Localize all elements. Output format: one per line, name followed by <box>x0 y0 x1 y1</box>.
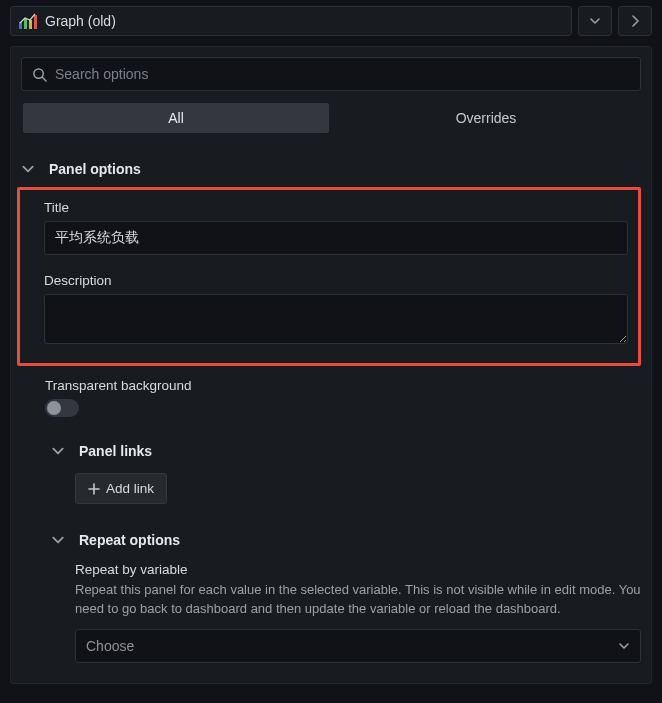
transparent-label: Transparent background <box>45 378 641 393</box>
svg-line-5 <box>42 77 46 81</box>
tab-overrides[interactable]: Overrides <box>333 103 639 133</box>
chevron-down-icon <box>51 533 65 547</box>
title-input[interactable] <box>44 221 628 255</box>
description-input[interactable] <box>44 294 628 344</box>
chevron-down-icon <box>589 15 601 27</box>
chevron-right-icon <box>630 14 640 28</box>
panel-type-label: Graph (old) <box>45 13 563 29</box>
description-label: Description <box>20 273 628 288</box>
repeat-variable-select[interactable]: Choose <box>75 629 641 663</box>
section-panel-options-header[interactable]: Panel options <box>21 161 641 177</box>
svg-rect-1 <box>24 18 27 29</box>
repeat-help-text: Repeat this panel for each value in the … <box>75 581 641 619</box>
tab-all[interactable]: All <box>23 103 329 133</box>
section-repeat-options-header[interactable]: Repeat options <box>51 532 641 548</box>
title-description-highlight: Title Description <box>17 187 641 366</box>
title-label: Title <box>20 200 628 215</box>
plus-icon <box>88 483 100 495</box>
options-tabs: All Overrides <box>21 101 641 135</box>
search-input[interactable] <box>55 66 630 82</box>
add-link-label: Add link <box>106 481 154 496</box>
section-title: Repeat options <box>79 532 180 548</box>
add-link-button[interactable]: Add link <box>75 473 167 504</box>
section-panel-links-header[interactable]: Panel links <box>51 443 641 459</box>
select-placeholder: Choose <box>86 638 134 654</box>
panel-type-selector[interactable]: Graph (old) <box>10 6 572 36</box>
collapse-panel-button[interactable] <box>578 6 612 36</box>
chevron-down-icon <box>618 640 630 652</box>
next-panel-button[interactable] <box>618 6 652 36</box>
search-options-field <box>21 57 641 91</box>
repeat-by-variable-label: Repeat by variable <box>75 562 641 577</box>
graph-icon <box>19 13 37 29</box>
panel-type-header: Graph (old) <box>10 6 652 36</box>
section-title: Panel options <box>49 161 141 177</box>
section-title: Panel links <box>79 443 152 459</box>
toggle-knob <box>47 401 61 415</box>
search-icon <box>32 67 47 82</box>
svg-rect-2 <box>29 20 32 29</box>
transparent-toggle[interactable] <box>45 399 79 417</box>
svg-rect-3 <box>34 15 37 29</box>
chevron-down-icon <box>21 162 35 176</box>
options-panel: All Overrides Panel options Title Descri… <box>10 46 652 684</box>
chevron-down-icon <box>51 444 65 458</box>
